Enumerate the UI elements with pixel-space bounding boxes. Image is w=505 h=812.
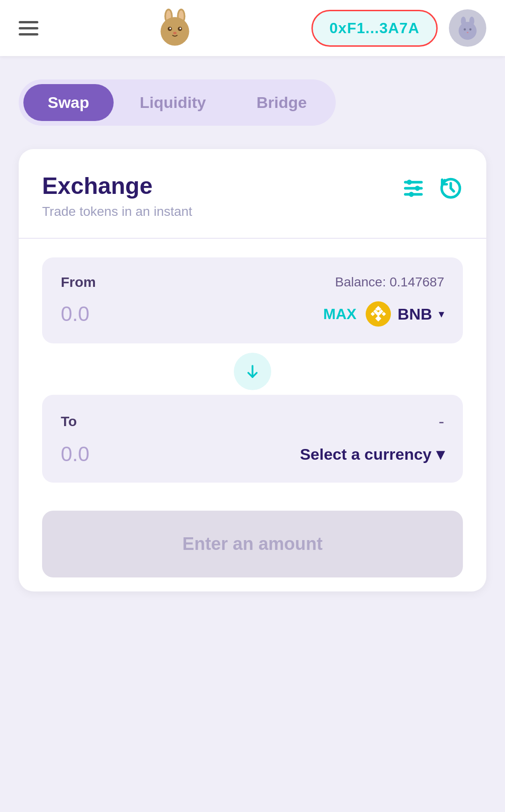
from-amount-input[interactable] (61, 302, 154, 326)
svg-point-14 (469, 28, 472, 31)
svg-point-8 (180, 28, 181, 29)
token-panels: From Balance: 0.147687 MAX (42, 239, 463, 577)
svg-point-4 (160, 17, 189, 46)
svg-point-9 (173, 32, 176, 34)
svg-point-15 (467, 32, 469, 33)
svg-point-7 (169, 28, 171, 29)
swap-direction-button[interactable] (234, 353, 271, 390)
to-amount-input[interactable] (61, 442, 154, 466)
tab-bridge[interactable]: Bridge (232, 84, 331, 121)
tab-navigation: Swap Liquidity Bridge (19, 79, 336, 126)
settings-icon[interactable] (401, 176, 426, 200)
exchange-header: Exchange Trade tokens in an instant (42, 172, 463, 219)
logo-container (154, 7, 196, 49)
svg-point-19 (407, 180, 412, 185)
currency-selector[interactable]: Select a currency ▾ (300, 445, 444, 463)
to-label: To (61, 413, 77, 429)
max-button[interactable]: MAX (323, 306, 356, 323)
wallet-address-button[interactable]: 0xF1...3A7A (311, 10, 438, 47)
bnb-token-selector[interactable]: BNB ▾ (366, 301, 444, 327)
exchange-card: Exchange Trade tokens in an instant (19, 149, 486, 591)
currency-chevron-icon: ▾ (436, 445, 444, 463)
to-panel-bottom: Select a currency ▾ (61, 442, 444, 466)
exchange-title-section: Exchange Trade tokens in an instant (42, 172, 192, 219)
arrow-down-icon (244, 363, 261, 380)
from-panel-header: From Balance: 0.147687 (61, 274, 444, 290)
hamburger-menu[interactable] (19, 21, 38, 36)
from-panel-right: MAX BNB ▾ (323, 301, 444, 327)
from-label: From (61, 274, 96, 290)
from-panel: From Balance: 0.147687 MAX (42, 257, 463, 343)
swap-arrow-container (42, 353, 463, 390)
tab-swap[interactable]: Swap (23, 84, 114, 121)
svg-point-13 (464, 28, 466, 31)
main-content: Swap Liquidity Bridge Exchange Trade tok… (0, 56, 505, 615)
currency-selector-label: Select a currency (300, 445, 432, 463)
app-header: 0xF1...3A7A (0, 0, 505, 56)
exchange-subtitle: Trade tokens in an instant (42, 204, 192, 219)
history-icon[interactable] (439, 176, 463, 200)
enter-amount-button: Enter an amount (42, 511, 463, 577)
svg-point-20 (415, 186, 420, 191)
to-panel: To - Select a currency ▾ (42, 395, 463, 483)
logo-icon (154, 7, 196, 49)
avatar[interactable] (449, 9, 486, 47)
svg-point-12 (459, 22, 476, 40)
exchange-title: Exchange (42, 172, 192, 199)
tab-liquidity[interactable]: Liquidity (115, 84, 231, 121)
to-dash: - (439, 412, 444, 431)
avatar-icon (454, 14, 482, 42)
token-chevron-icon: ▾ (439, 307, 444, 321)
from-panel-bottom: MAX BNB ▾ (61, 301, 444, 327)
token-name: BNB (397, 305, 432, 323)
svg-point-21 (409, 192, 414, 197)
from-balance: Balance: 0.147687 (335, 275, 444, 290)
exchange-actions (401, 176, 463, 200)
to-panel-header: To - (61, 412, 444, 431)
bnb-icon (366, 301, 391, 327)
header-right: 0xF1...3A7A (311, 9, 486, 47)
